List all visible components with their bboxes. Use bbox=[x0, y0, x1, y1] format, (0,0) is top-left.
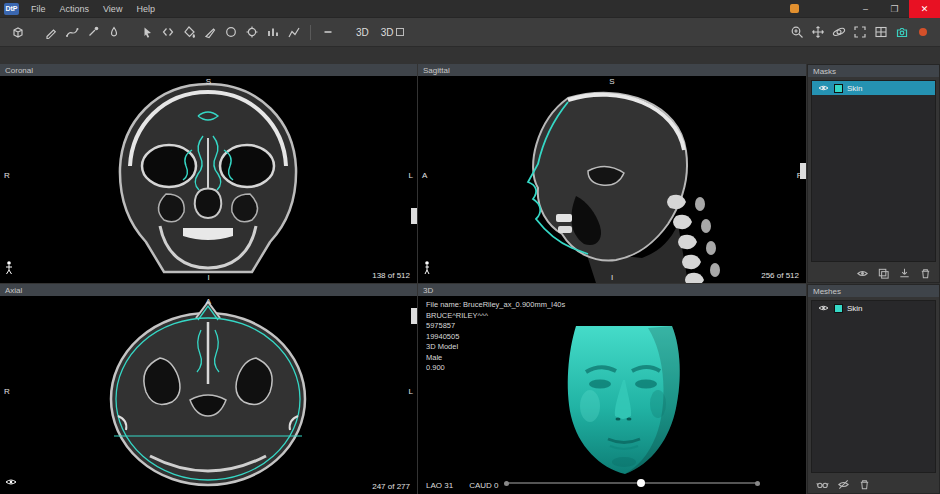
orientation-label-anterior: A bbox=[422, 171, 427, 180]
camera-caud-value: CAUD 0 bbox=[469, 481, 498, 490]
visibility-off-icon[interactable] bbox=[836, 478, 850, 492]
spline-draw-icon[interactable] bbox=[61, 22, 82, 43]
menu-actions[interactable]: Actions bbox=[53, 0, 97, 17]
viewport-sagittal: Sagittal bbox=[418, 64, 806, 283]
fill-icon[interactable] bbox=[178, 22, 199, 43]
levels-icon[interactable] bbox=[262, 22, 283, 43]
menu-file[interactable]: File bbox=[24, 0, 53, 17]
body-orientation-figure-icon bbox=[423, 261, 431, 279]
sagittal-scroll-thumb[interactable] bbox=[800, 163, 806, 179]
info-slice-thickness: 0.900 bbox=[426, 363, 565, 374]
masks-panel-toolbar bbox=[808, 265, 939, 282]
mesh-item-skin[interactable]: Skin bbox=[812, 301, 935, 315]
view-3d-label: 3D bbox=[356, 27, 369, 38]
axial-scroll-thumb[interactable] bbox=[411, 308, 417, 324]
menu-help[interactable]: Help bbox=[129, 0, 162, 17]
crosshair-icon[interactable] bbox=[241, 22, 262, 43]
screenshot-icon[interactable] bbox=[891, 22, 912, 43]
mesh-color-chip[interactable] bbox=[834, 304, 843, 313]
freehand-draw-icon[interactable] bbox=[40, 22, 61, 43]
info-model-type: 3D Model bbox=[426, 342, 565, 353]
sagittal-ct-image bbox=[418, 76, 806, 283]
circle-tool-icon[interactable] bbox=[220, 22, 241, 43]
toolbar: 3D 3D bbox=[0, 18, 940, 47]
viewport-axial-image[interactable]: A R L 247 of 277 bbox=[0, 296, 417, 494]
glasses-icon[interactable] bbox=[815, 478, 829, 492]
visibility-icon[interactable] bbox=[816, 301, 830, 315]
viewport-sagittal-title: Sagittal bbox=[423, 66, 450, 75]
knife-icon[interactable] bbox=[199, 22, 220, 43]
delete-icon[interactable] bbox=[857, 478, 871, 492]
pan-icon[interactable] bbox=[807, 22, 828, 43]
view-3d-button[interactable]: 3D bbox=[350, 22, 375, 43]
camera-status: LAO 31 CAUD 0 bbox=[426, 481, 498, 490]
printer-box-icon[interactable] bbox=[7, 22, 28, 43]
brush-icon[interactable] bbox=[82, 22, 103, 43]
masks-panel-title: Masks bbox=[813, 67, 836, 76]
slider-left-end[interactable] bbox=[504, 481, 509, 486]
orientation-label-right: R bbox=[4, 171, 10, 180]
view-3d-alt-button[interactable]: 3D bbox=[375, 22, 410, 43]
coronal-scroll-thumb[interactable] bbox=[411, 208, 417, 224]
duplicate-icon[interactable] bbox=[876, 267, 890, 281]
viewport-3d-header: 3D bbox=[418, 284, 806, 296]
zoom-fit-icon[interactable] bbox=[849, 22, 870, 43]
orientation-label-anterior: A bbox=[206, 297, 211, 306]
notification-icon[interactable] bbox=[790, 4, 799, 13]
dicom-info-overlay: File name: BruceRiley_ax_0.900mm_I40s BR… bbox=[426, 300, 565, 374]
meshes-panel-toolbar bbox=[808, 476, 939, 493]
viewport-3d: 3D bbox=[418, 284, 806, 494]
viewport-3d-title: 3D bbox=[423, 286, 433, 295]
info-birth-date: 19940505 bbox=[426, 332, 565, 343]
rotation-slider[interactable] bbox=[506, 482, 758, 484]
orientation-label-left: L bbox=[409, 387, 413, 396]
slider-thumb[interactable] bbox=[637, 479, 645, 487]
zoom-in-icon[interactable] bbox=[786, 22, 807, 43]
minimize-button[interactable]: – bbox=[851, 0, 880, 18]
visibility-icon[interactable] bbox=[816, 81, 830, 95]
axial-slice-counter: 247 of 277 bbox=[372, 482, 410, 491]
body-orientation-figure-icon bbox=[5, 261, 13, 279]
cursor-icon[interactable] bbox=[136, 22, 157, 43]
viewport-3d-scene[interactable]: File name: BruceRiley_ax_0.900mm_I40s BR… bbox=[418, 296, 806, 494]
app-logo: DtP bbox=[4, 3, 19, 15]
meshes-list: Skin bbox=[811, 300, 936, 473]
sagittal-slice-counter: 256 of 512 bbox=[761, 271, 799, 280]
viewport-coronal-image[interactable]: S R L I 138 of 512 bbox=[0, 76, 417, 283]
masks-panel-header: Masks bbox=[808, 65, 939, 77]
record-icon[interactable] bbox=[912, 22, 933, 43]
histogram-icon[interactable] bbox=[283, 22, 304, 43]
toolbar-separator bbox=[310, 25, 311, 40]
visibility-icon[interactable] bbox=[855, 267, 869, 281]
axial-orientation-eye-icon bbox=[5, 472, 17, 490]
mini-square-icon bbox=[396, 28, 404, 36]
menu-view[interactable]: View bbox=[96, 0, 129, 17]
droplet-icon[interactable] bbox=[103, 22, 124, 43]
viewport-sagittal-image[interactable]: S A P I 256 of 512 bbox=[418, 76, 806, 283]
orientation-label-left: L bbox=[409, 171, 413, 180]
flip-icon[interactable] bbox=[157, 22, 178, 43]
minus-icon[interactable] bbox=[317, 22, 338, 43]
export-icon[interactable] bbox=[897, 267, 911, 281]
masks-panel: Masks Skin bbox=[807, 64, 940, 283]
close-button[interactable]: ✕ bbox=[909, 0, 940, 18]
delete-icon[interactable] bbox=[918, 267, 932, 281]
view-3d-alt-label: 3D bbox=[381, 27, 394, 38]
viewport-coronal-header: Coronal bbox=[0, 64, 417, 76]
info-file-name: File name: BruceRiley_ax_0.900mm_I40s bbox=[426, 300, 565, 311]
orbit-icon[interactable] bbox=[828, 22, 849, 43]
mask-color-chip[interactable] bbox=[834, 84, 843, 93]
slider-right-end[interactable] bbox=[755, 481, 760, 486]
application-window: DtP File Actions View Help – ❐ ✕ bbox=[0, 0, 940, 494]
mask-item-skin[interactable]: Skin bbox=[812, 81, 935, 95]
orientation-label-inferior: I bbox=[207, 273, 209, 282]
viewport-coronal: Coronal bbox=[0, 64, 417, 283]
mask-item-label: Skin bbox=[847, 84, 863, 93]
info-sex: Male bbox=[426, 353, 565, 364]
coronal-ct-image bbox=[0, 76, 417, 283]
coronal-slice-counter: 138 of 512 bbox=[372, 271, 410, 280]
maximize-button[interactable]: ❐ bbox=[880, 0, 909, 18]
info-patient-id: 5975857 bbox=[426, 321, 565, 332]
meshes-panel-title: Meshes bbox=[813, 287, 841, 296]
layout-icon[interactable] bbox=[870, 22, 891, 43]
